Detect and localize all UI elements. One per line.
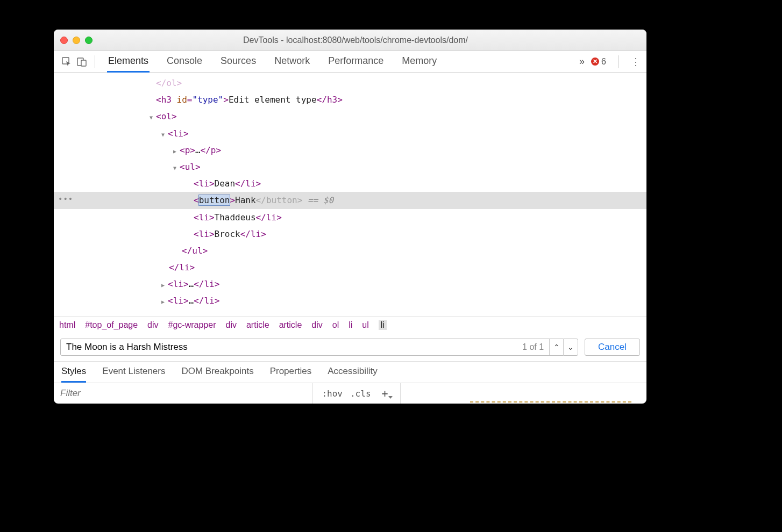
close-icon[interactable] [60, 37, 68, 44]
styles-filter-input[interactable] [54, 388, 312, 399]
chevron-down-icon[interactable] [173, 160, 180, 174]
svg-rect-2 [81, 60, 86, 66]
search-input[interactable] [61, 342, 517, 353]
chevron-right-icon[interactable] [161, 293, 168, 308]
dom-node[interactable]: </ul> [54, 242, 646, 259]
dom-node[interactable]: <ul> [54, 159, 646, 175]
search-result-count: 1 of 1 [517, 339, 550, 355]
search-prev-icon[interactable]: ⌃ [550, 339, 564, 356]
search-bar: 1 of 1 ⌃ ⌄ Cancel [54, 333, 646, 361]
chevron-right-icon[interactable] [173, 143, 180, 157]
dom-tree[interactable]: </ol> <h3 id="type">Edit element type</h… [54, 73, 646, 317]
breadcrumb-item[interactable]: article [279, 320, 302, 330]
error-icon: ✕ [591, 57, 599, 66]
inspect-element-icon[interactable] [59, 54, 74, 69]
tab-network[interactable]: Network [273, 51, 311, 73]
dom-node[interactable]: <h3 id="type">Edit element type</h3> [54, 91, 646, 108]
tab-event-listeners[interactable]: Event Listeners [102, 366, 165, 383]
styles-tools: :hov .cls + [312, 383, 400, 404]
cls-toggle[interactable]: .cls [350, 389, 371, 399]
sidebar-tabs: Styles Event Listeners DOM Breakpoints P… [54, 361, 646, 383]
panel-tabs: Elements Console Sources Network Perform… [107, 51, 438, 73]
cancel-button[interactable]: Cancel [585, 339, 640, 356]
breadcrumb-item[interactable]: div [311, 320, 322, 330]
chevron-down-icon[interactable] [150, 109, 156, 124]
titlebar: DevTools - localhost:8080/web/tools/chro… [54, 30, 646, 51]
ellipsis-icon[interactable]: ••• [58, 193, 73, 206]
breadcrumb-item[interactable]: html [59, 320, 75, 330]
chevron-right-icon[interactable] [161, 277, 168, 291]
styles-right-pane [400, 383, 646, 404]
styles-toolbar: :hov .cls + [54, 383, 646, 404]
hov-toggle[interactable]: :hov [322, 389, 343, 399]
device-toolbar-icon[interactable] [74, 54, 89, 69]
dom-node[interactable]: <ol> [54, 108, 646, 125]
toolbar-right: » ✕ 6 ⋮ [579, 55, 641, 68]
tab-styles[interactable]: Styles [61, 366, 86, 383]
breadcrumb-item[interactable]: li [349, 320, 352, 330]
separator [95, 55, 95, 68]
box-model-edge [470, 401, 631, 404]
dom-node[interactable]: <li>Brock</li> [54, 226, 646, 242]
tab-properties[interactable]: Properties [270, 366, 311, 383]
tab-sources[interactable]: Sources [219, 51, 257, 73]
tab-accessibility[interactable]: Accessibility [328, 366, 378, 383]
dom-node[interactable]: <li>Thaddeus</li> [54, 209, 646, 226]
chevron-down-icon[interactable] [161, 126, 168, 141]
devtools-window: DevTools - localhost:8080/web/tools/chro… [54, 30, 646, 404]
breadcrumb-item[interactable]: div [147, 320, 158, 330]
dom-node[interactable]: <p>…</p> [54, 142, 646, 159]
breadcrumb-item[interactable]: ol [332, 320, 339, 330]
tab-console[interactable]: Console [166, 51, 203, 73]
traffic-lights [60, 37, 93, 44]
tag-name-editor[interactable]: button [199, 195, 230, 205]
tab-dom-breakpoints[interactable]: DOM Breakpoints [181, 366, 253, 383]
tab-elements[interactable]: Elements [107, 51, 150, 73]
window-title: DevTools - localhost:8080/web/tools/chro… [103, 35, 608, 45]
breadcrumb-item[interactable]: article [246, 320, 269, 330]
tab-memory[interactable]: Memory [401, 51, 438, 73]
main-toolbar: Elements Console Sources Network Perform… [54, 51, 646, 73]
search-next-icon[interactable]: ⌄ [564, 339, 578, 356]
breadcrumb-item[interactable]: #top_of_page [85, 320, 138, 330]
breadcrumb-item[interactable]: div [226, 320, 237, 330]
breadcrumb-item[interactable]: #gc-wrapper [168, 320, 216, 330]
maximize-icon[interactable] [85, 37, 93, 44]
dom-node[interactable]: </ol> [54, 75, 646, 91]
breadcrumb-item[interactable]: ul [362, 320, 368, 330]
dom-node[interactable]: <li> [54, 125, 646, 142]
separator [618, 55, 619, 68]
more-tabs-icon[interactable]: » [579, 56, 585, 67]
search-nav: ⌃ ⌄ [550, 339, 578, 356]
search-box: 1 of 1 ⌃ ⌄ [60, 339, 578, 356]
error-count: 6 [601, 57, 606, 67]
tab-performance[interactable]: Performance [327, 51, 385, 73]
dom-node[interactable]: <li>…</li> [54, 276, 646, 292]
dom-node[interactable]: <li>…</li> [54, 292, 646, 309]
error-badge[interactable]: ✕ 6 [591, 57, 606, 67]
settings-menu-icon[interactable]: ⋮ [630, 56, 641, 68]
breadcrumb-item[interactable]: li [379, 320, 387, 330]
dom-node[interactable]: <li>Dean</li> [54, 175, 646, 192]
minimize-icon[interactable] [73, 37, 80, 44]
dom-node[interactable]: </li> [54, 259, 646, 276]
dom-node-selected[interactable]: •••<button>Hank</button> == $0 [54, 192, 646, 209]
breadcrumb: html #top_of_page div #gc-wrapper div ar… [54, 317, 646, 333]
new-style-rule-icon[interactable]: + [379, 387, 392, 400]
